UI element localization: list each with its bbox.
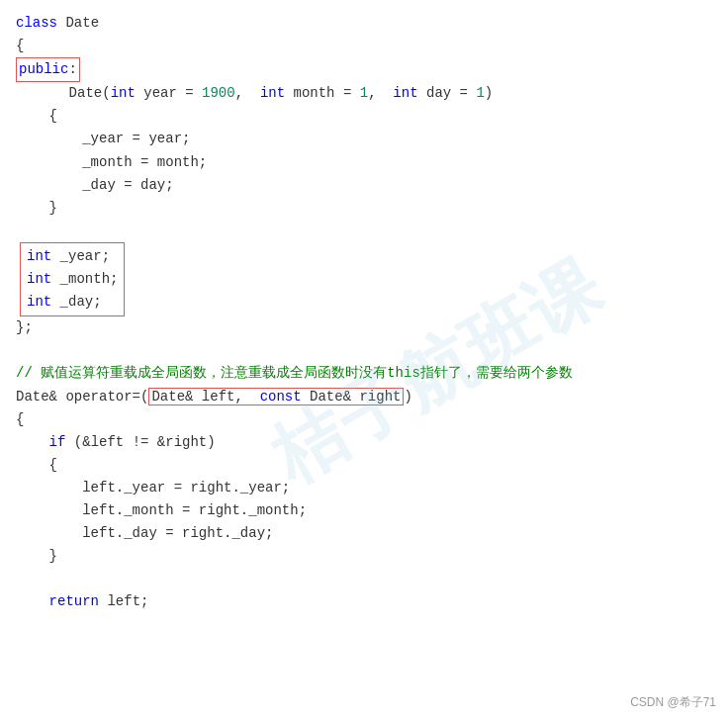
code-line: }	[16, 197, 712, 220]
code-line: left._month = right._month;	[16, 499, 712, 522]
code-line: left._day = right._day;	[16, 522, 712, 545]
code-line: class Date	[16, 12, 712, 35]
code-line: _day = day;	[16, 174, 712, 197]
code-line-operator: Date& operator=(Date& left, const Date& …	[16, 386, 712, 408]
code-line: _month = month;	[16, 151, 712, 174]
code-line	[16, 568, 712, 590]
code-line: {	[16, 408, 712, 431]
code-line: }	[16, 545, 712, 568]
code-line: {	[16, 105, 712, 128]
code-line-public: public:	[16, 57, 712, 82]
csdn-label: CSDN @希子71	[630, 693, 716, 712]
code-line: left._year = right._year;	[16, 477, 712, 499]
code-line: int _month;	[27, 268, 118, 291]
code-line: Date(int year = 1900, int month = 1, int…	[16, 82, 712, 105]
code-line: int _year;	[27, 245, 118, 268]
code-line: {	[16, 35, 712, 57]
code-line: if (&left != &right)	[16, 431, 712, 454]
code-line	[16, 339, 712, 362]
code-line: {	[16, 454, 712, 477]
code-line: _year = year;	[16, 128, 712, 150]
code-line: int _day;	[27, 291, 118, 314]
code-line: return left;	[16, 590, 712, 613]
code-container: 桔子航班课 class Date { public: Date(int year…	[0, 0, 728, 720]
member-vars-box: int _year; int _month; int _day;	[20, 242, 125, 316]
code-line	[16, 220, 712, 242]
code-line: };	[16, 316, 712, 339]
code-line-comment: // 赋值运算符重载成全局函数，注意重载成全局函数时没有this指针了，需要给两…	[16, 362, 712, 385]
